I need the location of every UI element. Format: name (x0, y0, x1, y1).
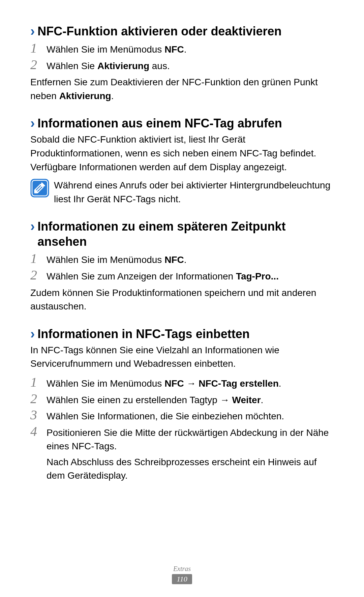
heading: › NFC-Funktion aktivieren oder deaktivie… (30, 24, 334, 39)
paragraph: Zudem können Sie Produktinformationen sp… (30, 286, 334, 314)
step-2: 2 Wählen Sie zum Anzeigen der Informatio… (30, 268, 334, 283)
note-text: Während eines Anrufs oder bei aktivierte… (54, 179, 334, 206)
section-view-later: › Informationen zu einem späteren Zeitpu… (30, 219, 334, 313)
heading: › Informationen aus einem NFC-Tag abrufe… (30, 116, 334, 131)
chevron-icon: › (30, 24, 35, 38)
step-1: 1 Wählen Sie im Menümodus NFC → NFC-Tag … (30, 375, 334, 391)
chevron-icon: › (30, 116, 35, 130)
step-text: Wählen Sie Aktivierung aus. (47, 57, 334, 73)
step-1: 1 Wählen Sie im Menümodus NFC. (30, 41, 334, 57)
step-number: 4 (30, 424, 47, 439)
step-1: 1 Wählen Sie im Menümodus NFC. (30, 251, 334, 267)
step-number: 1 (30, 251, 47, 266)
heading-text: Informationen in NFC-Tags einbetten (37, 326, 249, 341)
step-text: Wählen Sie zum Anzeigen der Informatione… (47, 268, 334, 283)
page-footer: Extras 110 (0, 565, 364, 584)
heading-text: Informationen aus einem NFC-Tag abrufen (37, 116, 282, 131)
step-number: 1 (30, 41, 47, 56)
arrow-icon: → (184, 378, 199, 389)
chevron-icon: › (30, 326, 35, 341)
step-text: Wählen Sie Informationen, die Sie einbez… (47, 408, 334, 423)
paragraph: Entfernen Sie zum Deaktivieren der NFC-F… (30, 76, 334, 103)
step-text: Positionieren Sie die Mitte der rückwärt… (47, 424, 334, 483)
section-activate-nfc: › NFC-Funktion aktivieren oder deaktivie… (30, 24, 334, 103)
step-2: 2 Wählen Sie Aktivierung aus. (30, 57, 334, 73)
paragraph: Sobald die NFC-Funktion aktiviert ist, l… (30, 133, 334, 174)
note-icon (30, 179, 49, 198)
footer-category: Extras (0, 565, 364, 573)
section-read-nfc-tag: › Informationen aus einem NFC-Tag abrufe… (30, 116, 334, 206)
step-text: Wählen Sie im Menümodus NFC → NFC-Tag er… (47, 375, 334, 391)
step-4: 4 Positionieren Sie die Mitte der rückwä… (30, 424, 334, 483)
heading: › Informationen zu einem späteren Zeitpu… (30, 219, 334, 249)
step-number: 1 (30, 375, 47, 390)
heading-text: NFC-Funktion aktivieren oder deaktiviere… (37, 24, 281, 39)
note-box: Während eines Anrufs oder bei aktivierte… (30, 179, 334, 206)
paragraph: In NFC-Tags können Sie eine Vielzahl an … (30, 344, 334, 371)
heading-text: Informationen zu einem späteren Zeitpunk… (37, 219, 334, 249)
page-content: › NFC-Funktion aktivieren oder deaktivie… (0, 0, 364, 483)
step-text: Wählen Sie im Menümodus NFC. (47, 41, 334, 57)
step-number: 2 (30, 57, 47, 72)
step-text: Wählen Sie einen zu erstellenden Tagtyp … (47, 391, 334, 407)
chevron-icon: › (30, 219, 35, 234)
step-number: 2 (30, 391, 47, 406)
step-text: Wählen Sie im Menümodus NFC. (47, 251, 334, 267)
page-number: 110 (172, 574, 192, 584)
step-3: 3 Wählen Sie Informationen, die Sie einb… (30, 408, 334, 423)
section-embed-nfc: › Informationen in NFC-Tags einbetten In… (30, 326, 334, 483)
arrow-icon: → (220, 395, 232, 405)
heading: › Informationen in NFC-Tags einbetten (30, 326, 334, 341)
step-number: 3 (30, 408, 47, 422)
step-2: 2 Wählen Sie einen zu erstellenden Tagty… (30, 391, 334, 407)
step-number: 2 (30, 268, 47, 282)
